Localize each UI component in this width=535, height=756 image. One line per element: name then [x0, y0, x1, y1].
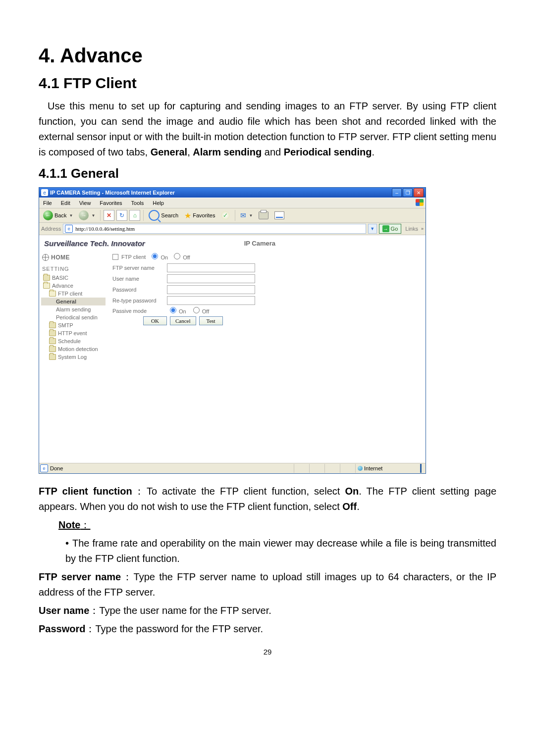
folder-open-icon [43, 283, 50, 289]
setting-heading: SETTING [41, 266, 106, 274]
test-button[interactable]: Test [199, 316, 223, 325]
windows-flag-icon [416, 199, 424, 206]
minimize-button[interactable]: – [392, 188, 402, 197]
nav-system-log[interactable]: System Log [41, 353, 106, 361]
ok-button[interactable]: OK [143, 316, 167, 325]
nav-basic[interactable]: BASIC [41, 274, 106, 282]
password-input[interactable] [167, 285, 255, 294]
ie-window: e IP CAMERA Setting - Microsoft Internet… [39, 187, 426, 474]
ftp-client-off-radio[interactable] [174, 253, 180, 259]
printer-icon [259, 211, 268, 219]
cancel-button[interactable]: Cancel [170, 316, 196, 325]
nav-motion-detection[interactable]: Motion detection [41, 345, 106, 353]
menu-tools[interactable]: Tools [129, 199, 146, 207]
status-seg-3 [324, 464, 339, 473]
forward-button[interactable]: → ▼ [77, 209, 97, 222]
nav-advance[interactable]: Advance [41, 282, 106, 290]
refresh-button[interactable]: ↻ [116, 210, 127, 221]
sidebar: HOME SETTING BASIC Advance FTP client Ge… [39, 250, 106, 413]
toolbar: ← Back ▼ → ▼ ✕ ↻ ⌂ Search ★ Favorites ✓ [39, 208, 426, 223]
status-seg-1 [294, 464, 308, 473]
note-heading: Note： [39, 517, 496, 533]
edit-button[interactable] [272, 209, 286, 222]
status-seg-4 [340, 464, 354, 473]
passive-on-radio[interactable] [170, 307, 176, 313]
ftp-client-on-radio[interactable] [152, 253, 158, 259]
user-name-input[interactable] [167, 274, 255, 283]
intro-alarm: Alarm sending [193, 147, 262, 157]
edit-icon [274, 211, 284, 219]
status-seg-2 [309, 464, 323, 473]
address-input[interactable] [74, 225, 364, 232]
home-button[interactable]: ⌂ [129, 210, 140, 221]
resize-grip[interactable] [420, 464, 425, 473]
passive-off-radio[interactable] [193, 307, 200, 313]
user-name-para: User name：Type the user name for the FTP… [39, 603, 496, 618]
address-input-wrap[interactable]: e [63, 224, 366, 234]
menubar: File Edit View Favorites Tools Help [39, 198, 426, 208]
passive-off-option[interactable]: Off [190, 307, 210, 314]
user-name-label: User name [112, 276, 167, 282]
go-arrow-icon: → [382, 225, 389, 232]
passive-on-option[interactable]: On [167, 307, 186, 314]
ftp-client-on-option[interactable]: On [149, 253, 168, 260]
intro-periodical: Periodical sending [284, 147, 372, 157]
forward-icon: → [79, 210, 89, 220]
nav-general[interactable]: General [41, 298, 106, 305]
folder-icon [49, 322, 56, 328]
intro-paragraph: Use this menu to set up for capturing an… [39, 99, 496, 160]
password-label: Password [112, 287, 167, 293]
note-bullet: •The frame rate and operability on the m… [39, 536, 496, 566]
done-icon: e [40, 464, 48, 472]
search-button[interactable]: Search [147, 209, 180, 222]
folder-open-icon [49, 291, 56, 297]
mail-dropdown-icon[interactable]: ▼ [249, 213, 253, 218]
ftp-client-checkbox[interactable] [112, 254, 118, 260]
back-button[interactable]: ← Back ▼ [41, 209, 75, 222]
menu-edit[interactable]: Edit [59, 199, 72, 207]
server-name-label: FTP server name [112, 265, 167, 271]
favorites-label: Favorites [193, 212, 215, 218]
retype-password-input[interactable] [167, 296, 255, 305]
back-dropdown-icon[interactable]: ▼ [69, 213, 73, 218]
ftp-client-label: FTP client [121, 254, 146, 260]
model-text: IP Camera [244, 240, 275, 247]
menu-favorites[interactable]: Favorites [98, 199, 124, 207]
zone-segment: Internet [355, 464, 419, 473]
menu-help[interactable]: Help [151, 199, 166, 207]
print-button[interactable] [257, 209, 270, 222]
links-chevron-icon[interactable]: » [421, 226, 424, 231]
nav-alarm-sending[interactable]: Alarm sending [41, 305, 106, 313]
history-button[interactable]: ✓ [219, 209, 232, 222]
status-done: Done [50, 465, 63, 471]
favorites-button[interactable]: ★ Favorites [182, 209, 217, 222]
internet-zone-icon [358, 466, 363, 471]
forward-dropdown-icon[interactable]: ▼ [91, 213, 95, 218]
address-dropdown[interactable]: ▼ [368, 224, 377, 234]
go-button[interactable]: → Go [379, 224, 402, 234]
address-label: Address [41, 226, 61, 232]
menu-view[interactable]: View [77, 199, 93, 207]
stop-button[interactable]: ✕ [104, 210, 114, 221]
folder-icon [49, 338, 56, 344]
mail-button[interactable]: ✉ ▼ [238, 209, 255, 222]
history-icon: ✓ [221, 211, 230, 220]
back-label: Back [54, 212, 66, 218]
addressbar: Address e ▼ → Go Links » [39, 223, 426, 235]
nav-schedule[interactable]: Schedule [41, 337, 106, 345]
menu-file[interactable]: File [41, 199, 54, 207]
home-link[interactable]: HOME [41, 253, 106, 266]
links-label[interactable]: Links [405, 226, 418, 232]
server-name-input[interactable] [167, 263, 255, 272]
nav-http-event[interactable]: HTTP event [41, 329, 106, 337]
folder-icon [49, 330, 56, 336]
close-button[interactable]: ✕ [414, 188, 424, 197]
ftp-client-off-option[interactable]: Off [171, 253, 190, 260]
home-label: HOME [51, 254, 70, 261]
page-number: 29 [39, 648, 496, 656]
nav-periodical-sending[interactable]: Periodical sendin [41, 313, 106, 321]
go-label: Go [391, 226, 398, 232]
maximize-button[interactable]: ❐ [403, 188, 413, 197]
nav-smtp[interactable]: SMTP [41, 321, 106, 329]
nav-ftp-client[interactable]: FTP client [41, 290, 106, 298]
